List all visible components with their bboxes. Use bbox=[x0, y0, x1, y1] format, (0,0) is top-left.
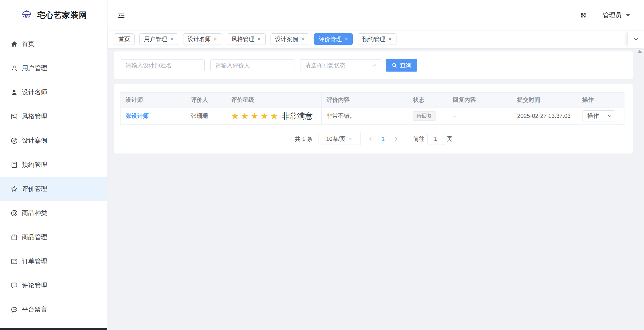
review-star-icon bbox=[10, 185, 18, 193]
sidebar-item-label: 设计案例 bbox=[22, 136, 47, 145]
fullscreen-icon[interactable] bbox=[580, 11, 587, 19]
chevron-down-icon[interactable] bbox=[604, 111, 615, 122]
chevron-down-icon bbox=[348, 137, 353, 141]
order-icon bbox=[10, 258, 18, 265]
sidebar-item-5[interactable]: 预约管理 bbox=[0, 153, 107, 177]
action-dropdown[interactable]: 操作 bbox=[582, 110, 615, 122]
column-header: 状态 bbox=[408, 93, 448, 108]
sidebar-item-0[interactable]: 首页 bbox=[0, 32, 107, 56]
star-icon: ★ bbox=[251, 111, 260, 121]
next-page-button[interactable] bbox=[394, 136, 399, 141]
submit-time-cell: 2025-02-27 13:37:03 bbox=[512, 108, 577, 125]
pendant-lamp-icon bbox=[20, 9, 33, 22]
close-icon[interactable]: × bbox=[344, 36, 348, 42]
sidebar-item-label: 预约管理 bbox=[22, 160, 47, 169]
topbar-right: 管理员 bbox=[580, 11, 630, 20]
tab-label: 风格管理 bbox=[231, 35, 254, 43]
column-header: 提交时间 bbox=[512, 93, 577, 108]
sidebar-item-9[interactable]: 订单管理 bbox=[0, 249, 107, 273]
sidebar-item-label: 评论管理 bbox=[22, 281, 47, 290]
sidebar-menu: 首页用户管理设计名师风格管理设计案例预约管理评价管理商品种类商品管理订单管理评论… bbox=[0, 30, 107, 322]
admin-dropdown[interactable]: 管理员 bbox=[603, 11, 630, 20]
page-suffix-label: 页 bbox=[447, 135, 453, 143]
sidebar: 宅心艺家装网 首页用户管理设计名师风格管理设计案例预约管理评价管理商品种类商品管… bbox=[0, 0, 108, 330]
sidebar-item-8[interactable]: 商品管理 bbox=[0, 225, 107, 249]
reply-status-select[interactable]: 请选择回复状态 bbox=[300, 59, 381, 71]
tab-5[interactable]: 评价管理× bbox=[314, 33, 353, 45]
pagination: 共 1 条 10条/页 1 bbox=[120, 133, 627, 145]
tab-overflow-button[interactable] bbox=[628, 30, 644, 47]
menu-fold-icon[interactable] bbox=[118, 11, 125, 19]
sidebar-bottom-bar bbox=[0, 328, 107, 330]
tab-label: 设计案例 bbox=[275, 35, 298, 43]
sidebar-item-7[interactable]: 商品种类 bbox=[0, 201, 107, 225]
tab-label: 预约管理 bbox=[362, 35, 385, 43]
booking-icon bbox=[10, 161, 18, 169]
reviewer-input[interactable] bbox=[210, 59, 294, 71]
review-content-cell: 非常不错。 bbox=[322, 108, 408, 125]
goods-icon bbox=[10, 233, 18, 241]
star-icon: ★ bbox=[231, 111, 241, 121]
sidebar-item-label: 平台留言 bbox=[22, 305, 47, 314]
table-card: 设计师评价人评价星级评价内容状态回复内容提交时间操作 张设计师 张珊珊 ★★★★… bbox=[114, 84, 633, 154]
total-count: 共 1 条 bbox=[295, 135, 313, 143]
close-icon[interactable]: × bbox=[388, 36, 392, 42]
close-icon[interactable]: × bbox=[257, 36, 261, 42]
scrollbar-up-arrow[interactable] bbox=[637, 50, 642, 53]
tab-label: 评价管理 bbox=[319, 35, 342, 43]
current-page[interactable]: 1 bbox=[380, 136, 387, 142]
search-icon bbox=[392, 62, 397, 68]
tab-1[interactable]: 用户管理× bbox=[139, 33, 178, 45]
table-row: 张设计师 张珊珊 ★★★★★非常满意 非常不错。 待回复 -- 2025- bbox=[121, 108, 624, 125]
reviewer-cell: 张珊珊 bbox=[186, 108, 226, 125]
sidebar-item-10[interactable]: 评论管理 bbox=[0, 273, 107, 298]
prev-page-button[interactable] bbox=[368, 136, 373, 141]
search-button[interactable]: 查询 bbox=[386, 59, 417, 72]
chevron-left-icon bbox=[368, 136, 373, 141]
star-icon: ★ bbox=[270, 111, 280, 121]
designer-icon bbox=[10, 89, 18, 96]
sidebar-item-label: 商品种类 bbox=[22, 209, 47, 217]
close-icon[interactable]: × bbox=[301, 36, 305, 42]
column-header: 操作 bbox=[577, 93, 624, 108]
table-header-row: 设计师评价人评价星级评价内容状态回复内容提交时间操作 bbox=[121, 93, 624, 108]
tab-3[interactable]: 风格管理× bbox=[227, 33, 266, 45]
chevron-down-icon bbox=[372, 63, 377, 68]
sidebar-item-2[interactable]: 设计名师 bbox=[0, 80, 107, 104]
sidebar-item-1[interactable]: 用户管理 bbox=[0, 56, 107, 80]
sidebar-item-label: 商品管理 bbox=[22, 233, 47, 241]
tab-2[interactable]: 设计名师× bbox=[183, 33, 222, 45]
sidebar-item-label: 评价管理 bbox=[22, 185, 47, 193]
page-size-select[interactable]: 10条/页 bbox=[319, 133, 361, 145]
main-area: 管理员 首页用户管理×设计名师×风格管理×设计案例×评价管理×预约管理× 请选择… bbox=[108, 0, 644, 330]
filter-card: 请选择回复状态 查询 bbox=[114, 51, 633, 79]
sidebar-item-4[interactable]: 设计案例 bbox=[0, 128, 107, 153]
caret-down-icon bbox=[626, 14, 630, 17]
tab-4[interactable]: 设计案例× bbox=[271, 33, 309, 45]
designer-link[interactable]: 张设计师 bbox=[126, 113, 149, 119]
goto-label: 前往 bbox=[413, 135, 425, 143]
close-icon[interactable]: × bbox=[214, 36, 217, 42]
sidebar-item-label: 首页 bbox=[22, 40, 34, 48]
topbar: 管理员 bbox=[108, 0, 644, 30]
app-root: 宅心艺家装网 首页用户管理设计名师风格管理设计案例预约管理评价管理商品种类商品管… bbox=[0, 0, 644, 330]
sidebar-item-3[interactable]: 风格管理 bbox=[0, 104, 107, 128]
tab-0[interactable]: 首页 bbox=[114, 33, 135, 45]
star-rating-text: 非常满意 bbox=[282, 112, 313, 120]
action-dropdown-label[interactable]: 操作 bbox=[582, 111, 604, 122]
goto-page-input[interactable] bbox=[428, 133, 444, 145]
sidebar-item-11[interactable]: 平台留言 bbox=[0, 298, 107, 322]
message-icon bbox=[10, 306, 18, 314]
close-icon[interactable]: × bbox=[170, 36, 174, 42]
reply-content-cell: -- bbox=[448, 108, 512, 125]
chevron-right-icon bbox=[394, 136, 399, 141]
column-header: 评价内容 bbox=[322, 93, 408, 108]
tab-6[interactable]: 预约管理× bbox=[358, 33, 396, 45]
page-size-value: 10条/页 bbox=[326, 135, 346, 143]
tab-bar: 首页用户管理×设计名师×风格管理×设计案例×评价管理×预约管理× bbox=[108, 30, 644, 48]
user-icon bbox=[10, 64, 18, 72]
style-icon bbox=[10, 113, 18, 120]
status-badge: 待回复 bbox=[413, 111, 436, 121]
designer-name-input[interactable] bbox=[121, 59, 205, 71]
sidebar-item-6[interactable]: 评价管理 bbox=[0, 177, 107, 201]
